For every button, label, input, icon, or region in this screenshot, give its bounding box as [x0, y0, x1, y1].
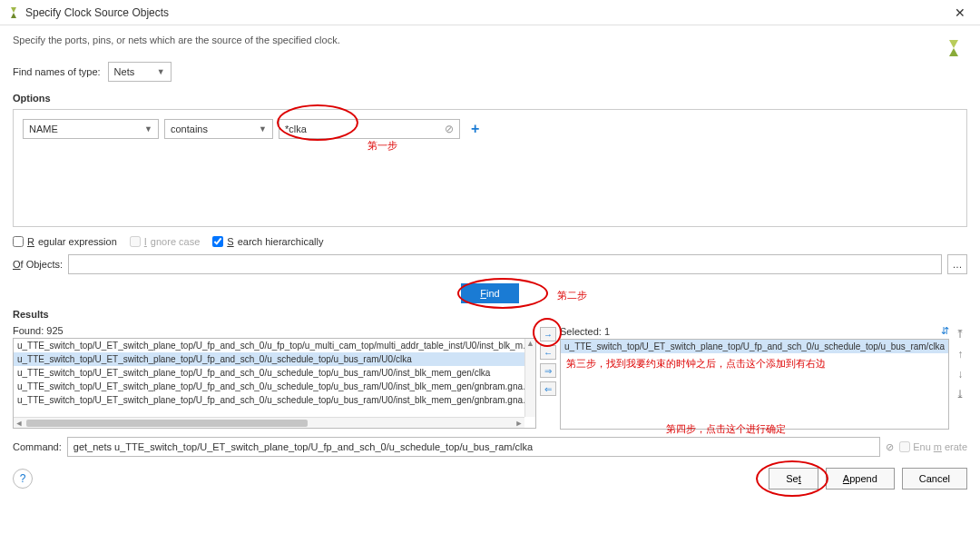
close-icon[interactable]: ✕ [947, 5, 973, 20]
reorder-buttons: ⤒ ↑ ↓ ⤓ [953, 325, 967, 430]
annotation-step3: 第三步，找到我要约束的时钟之后，点击这个添加到有右边 [561, 353, 948, 374]
regex-checkbox[interactable]: Regular expression [13, 236, 117, 247]
search-options-row: Regular expression Ignore case Search hi… [13, 236, 967, 247]
find-names-label: Find names of type: [13, 66, 101, 77]
command-value: get_nets u_TTE_switch_top/U_ET_switch_pl… [74, 441, 533, 452]
move-up-button[interactable]: ↑ [953, 347, 967, 361]
annotation-step4: 第四步，点击这个进行确定 [666, 422, 786, 436]
clear-icon[interactable]: ⊘ [886, 441, 894, 453]
remove-all-button[interactable]: ⇐ [540, 381, 556, 396]
command-input[interactable]: get_nets u_TTE_switch_top/U_ET_switch_pl… [67, 437, 880, 457]
brand-logo-icon [944, 38, 964, 58]
add-criteria-button[interactable]: + [466, 121, 485, 137]
find-names-value: Nets [114, 66, 135, 77]
chevron-down-icon: ▼ [253, 124, 267, 134]
ignore-case-checkbox: Ignore case [130, 236, 201, 247]
of-objects-browse-button[interactable]: … [947, 254, 967, 274]
window-title: Specify Clock Source Objects [25, 6, 947, 19]
selected-count-label: Selected: 1⇵ [560, 325, 949, 337]
command-label: Command: [13, 441, 62, 452]
move-bottom-button[interactable]: ⤓ [953, 387, 967, 401]
list-item[interactable]: u_TTE_switch_top/U_ET_switch_plane_top/U… [14, 393, 535, 407]
app-icon [7, 6, 20, 19]
find-names-select[interactable]: Nets ▼ [108, 62, 172, 82]
of-objects-label: Of Objects: [13, 259, 63, 270]
of-objects-input[interactable] [68, 254, 942, 274]
help-button[interactable]: ? [13, 469, 33, 489]
add-selected-button[interactable]: → [540, 327, 556, 341]
vertical-scrollbar[interactable]: ▲ [524, 339, 535, 417]
found-list[interactable]: u_TTE_switch_top/U_ET_switch_plane_top/U… [13, 338, 536, 429]
selected-list[interactable]: u_TTE_switch_top/U_ET_switch_plane_top/U… [560, 339, 949, 430]
list-item[interactable]: u_TTE_switch_top/U_ET_switch_plane_top/U… [14, 366, 535, 380]
match-type-value: contains [171, 124, 208, 134]
horizontal-scrollbar[interactable]: ◄► [14, 417, 524, 428]
results-area: Found: 925 u_TTE_switch_top/U_ET_switch_… [13, 325, 967, 430]
enumerate-checkbox: Enumerate [899, 441, 967, 452]
list-item[interactable]: u_TTE_switch_top/U_ET_switch_plane_top/U… [14, 352, 535, 366]
remove-selected-button[interactable]: ← [540, 345, 556, 360]
attribute-value: NAME [29, 124, 58, 134]
search-hierarchically-checkbox[interactable]: Search hierarchically [212, 236, 323, 247]
subtitle: Specify the ports, pins, or nets which a… [13, 35, 967, 45]
filter-icon[interactable]: ⇵ [941, 325, 949, 337]
attribute-select[interactable]: NAME ▼ [23, 119, 159, 139]
pattern-value: *clka [285, 124, 307, 134]
annotation-step1: 第一步 [368, 139, 397, 153]
pattern-input[interactable]: *clka ⊘ [279, 119, 460, 139]
transfer-buttons: → ← ⇒ ⇐ [540, 325, 556, 430]
move-top-button[interactable]: ⤒ [953, 327, 967, 341]
cancel-button[interactable]: Cancel [902, 468, 967, 490]
move-down-button[interactable]: ↓ [953, 367, 967, 381]
list-item[interactable]: u_TTE_switch_top/U_ET_switch_plane_top/U… [14, 380, 535, 393]
found-count-label: Found: 925 [13, 325, 536, 336]
chevron-down-icon: ▼ [139, 124, 152, 134]
append-button[interactable]: Append [826, 468, 895, 490]
options-label: Options [13, 93, 967, 104]
titlebar: Specify Clock Source Objects ✕ [0, 0, 980, 25]
chevron-down-icon: ▼ [152, 67, 165, 76]
results-label: Results [13, 309, 967, 320]
clear-icon[interactable]: ⊘ [445, 123, 454, 135]
find-button[interactable]: Find [461, 283, 519, 303]
set-button[interactable]: Set [769, 468, 818, 490]
list-item[interactable]: u_TTE_switch_top/U_ET_switch_plane_top/U… [14, 339, 535, 352]
options-panel: NAME ▼ contains ▼ *clka ⊘ + 第一步 [13, 109, 967, 227]
match-type-select[interactable]: contains ▼ [164, 119, 273, 139]
list-item[interactable]: u_TTE_switch_top/U_ET_switch_plane_top/U… [561, 340, 948, 353]
annotation-step2: 第二步 [557, 289, 587, 302]
add-all-button[interactable]: ⇒ [540, 363, 556, 378]
